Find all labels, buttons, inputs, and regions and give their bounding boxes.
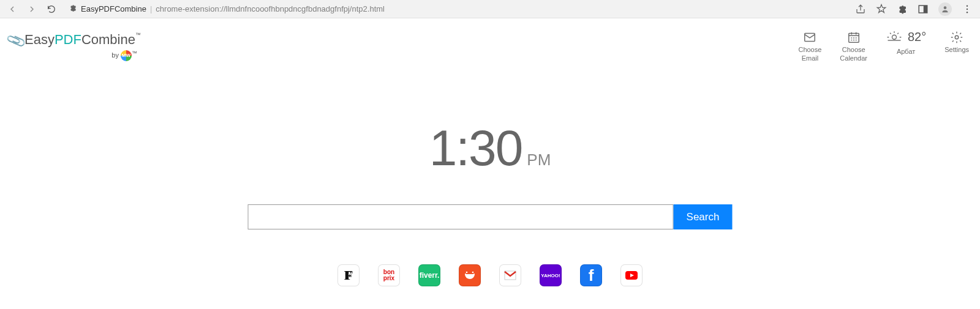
back-button[interactable] xyxy=(4,1,21,18)
svg-rect-1 xyxy=(924,6,927,13)
byline-by: by xyxy=(111,51,119,59)
omnibox-separator: | xyxy=(150,4,152,13)
search-input[interactable] xyxy=(248,204,674,229)
share-icon[interactable] xyxy=(855,4,866,15)
svg-point-4 xyxy=(967,8,968,9)
weather-widget[interactable]: 82° Арбат xyxy=(886,29,926,55)
quicklink-fiverr[interactable]: fiverr. xyxy=(418,264,440,286)
brand-logo: 📎EasyPDFCombine™ by MW™ xyxy=(7,32,141,61)
clock: 1:30PM xyxy=(0,119,980,177)
gear-icon xyxy=(950,29,963,45)
clock-time: 1:30 xyxy=(429,120,522,176)
omnibox-title: EasyPDFCombine xyxy=(81,4,146,13)
quicklink-bonprix[interactable]: bonprix xyxy=(378,264,400,286)
new-tab-page: 📎EasyPDFCombine™ by MW™ Choose Email Cho… xyxy=(0,18,980,309)
extension-icon xyxy=(69,4,77,14)
paperclip-icon: 📎 xyxy=(6,30,27,51)
quick-links: FF bonprix fiverr. YAHOO! f xyxy=(337,264,643,286)
extensions-icon[interactable] xyxy=(897,4,908,15)
search-form: Search xyxy=(248,204,733,229)
email-icon xyxy=(803,29,816,45)
top-toolbar: Choose Email Choose Calendar 82° Арбат S… xyxy=(798,29,969,63)
svg-point-5 xyxy=(967,12,968,13)
quicklink-gmail[interactable] xyxy=(499,264,521,286)
logo-part2: PDF xyxy=(55,32,81,47)
logo-part1: Easy xyxy=(24,32,55,47)
quicklink-facebook[interactable]: f xyxy=(580,264,602,286)
reload-button[interactable] xyxy=(43,1,60,18)
calendar-label-2: Calendar xyxy=(840,54,867,62)
quicklink-aliexpress[interactable] xyxy=(459,264,481,286)
search-button[interactable]: Search xyxy=(674,204,733,229)
mw-badge: MW xyxy=(121,50,132,61)
profile-avatar[interactable] xyxy=(938,2,952,16)
gmail-icon xyxy=(503,268,518,283)
logo-byline: by MW™ xyxy=(7,50,141,61)
svg-point-11 xyxy=(472,272,474,274)
browser-chrome: EasyPDFCombine | chrome-extension://llmd… xyxy=(0,0,980,18)
logo-tm: ™ xyxy=(135,32,141,38)
bookmark-star-icon[interactable] xyxy=(876,4,887,15)
temperature: 82° xyxy=(908,30,926,44)
quicklink-farfetch[interactable]: FF xyxy=(337,264,360,286)
email-label-1: Choose xyxy=(798,45,821,54)
quicklink-youtube[interactable] xyxy=(620,264,643,286)
aliexpress-icon xyxy=(462,268,477,283)
weather-location: Арбат xyxy=(897,48,915,55)
svg-point-10 xyxy=(466,272,468,274)
byline-tm: ™ xyxy=(132,50,137,56)
omnibox-url: chrome-extension://llmdnfncooofhbnpdncgf… xyxy=(156,4,385,13)
chrome-menu-icon[interactable] xyxy=(962,4,973,15)
quicklink-yahoo[interactable]: YAHOO! xyxy=(540,264,562,286)
calendar-label-1: Choose xyxy=(842,45,865,54)
youtube-icon xyxy=(624,268,639,283)
calendar-icon xyxy=(847,29,861,45)
svg-rect-6 xyxy=(805,34,815,42)
settings-label: Settings xyxy=(944,45,969,54)
svg-point-3 xyxy=(967,5,968,6)
clock-ampm: PM xyxy=(527,151,551,169)
address-bar[interactable]: EasyPDFCombine | chrome-extension://llmd… xyxy=(62,4,853,14)
svg-point-8 xyxy=(892,35,897,39)
forward-button[interactable] xyxy=(23,1,40,18)
email-label-2: Email xyxy=(802,54,819,62)
choose-email-button[interactable]: Choose Email xyxy=(798,29,821,63)
settings-button[interactable]: Settings xyxy=(944,29,969,54)
svg-point-2 xyxy=(944,6,947,9)
svg-point-9 xyxy=(955,35,959,39)
weather-icon xyxy=(886,29,903,44)
sidepanel-icon[interactable] xyxy=(918,4,929,15)
chrome-actions xyxy=(855,2,976,16)
logo-part3: Combine xyxy=(81,32,135,47)
choose-calendar-button[interactable]: Choose Calendar xyxy=(840,29,867,63)
